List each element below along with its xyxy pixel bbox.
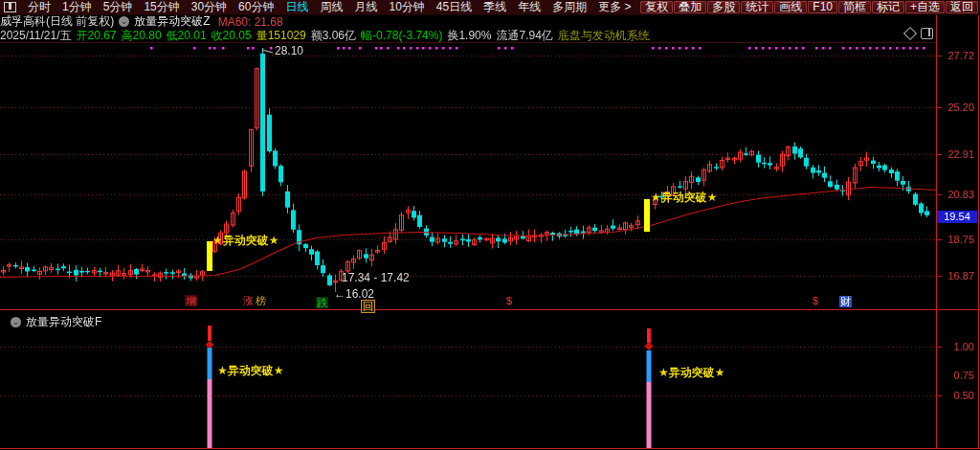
menu-item-period[interactable]: 45日线 <box>431 0 478 15</box>
toolbar-button[interactable]: 标记 <box>872 1 904 13</box>
menu-item-period[interactable]: 日线 <box>279 0 314 15</box>
toolbar-button[interactable]: 统计 <box>741 1 773 13</box>
event-marker-icon[interactable]: 榜 <box>255 295 267 306</box>
quote-field: 量151029 <box>256 28 306 44</box>
menu-item-period[interactable]: 月线 <box>348 0 383 15</box>
quote-field: 低20.01 <box>167 28 207 44</box>
quote-field: 高20.80 <box>122 28 162 44</box>
toolbar-button[interactable]: 画线 <box>774 1 807 13</box>
sub-indicator-name[interactable]: 放量异动突破F <box>26 314 101 330</box>
sub-axis-label: 0.50 <box>938 390 974 401</box>
toolbar-button[interactable]: 简框 <box>838 1 871 13</box>
price-axis-label: 20.83 <box>938 189 974 200</box>
quote-info-bar: 2025/11/21/五开20.67高20.80低20.01收20.05量151… <box>0 29 936 42</box>
peak-price-label: 28.10 <box>275 45 303 56</box>
breakout-signal-label: ★异动突破★ <box>658 367 725 378</box>
sub-axis-label: 1.00 <box>938 341 974 352</box>
low-price-label: ←16.02 <box>334 288 374 300</box>
menu-item-period[interactable]: 60分钟 <box>233 0 279 15</box>
chevron-down-icon[interactable]: ⌄ <box>119 16 129 27</box>
breakout-signal-label: ★异动突破★ <box>217 365 284 376</box>
quote-field: 开20.67 <box>77 28 117 44</box>
event-marker-icon[interactable]: 回 <box>361 300 375 313</box>
toolbar-button[interactable]: 复权 <box>640 1 673 13</box>
sub-axis-label: 0.75 <box>938 370 974 381</box>
breakout-signal-label: ★异动突破★ <box>212 235 279 246</box>
event-marker-icon[interactable]: 增 <box>185 295 197 306</box>
event-marker-icon[interactable]: 涨 <box>242 295 255 306</box>
window-restore-icon[interactable] <box>4 2 16 12</box>
sub-panel-header: ⌄ 放量异动突破F <box>6 314 101 330</box>
event-marker-icon[interactable]: $ <box>812 295 819 306</box>
quote-field: 底盘与发动机系统 <box>558 28 650 44</box>
period-menu: 分时1分钟5分钟15分钟30分钟60分钟日线周线月线10分钟45日线季线年线多周… <box>22 0 637 15</box>
quote-field: 流通7.94亿 <box>496 28 552 44</box>
breakout-signal-label: ★异动突破★ <box>651 191 718 203</box>
quote-field: 收20.05 <box>212 28 252 44</box>
price-axis-label: 22.91 <box>938 148 974 160</box>
toolbar-button[interactable]: F10 <box>808 1 837 13</box>
toolbar-buttons: 复权叠加多股统计画线F10简框标记+自选返回 <box>639 1 978 13</box>
menu-item-period[interactable]: 周线 <box>314 0 348 15</box>
current-price-badge: 19.54 <box>937 211 977 223</box>
event-marker-icon[interactable]: $ <box>505 295 513 306</box>
quote-field: 额3.06亿 <box>311 28 356 44</box>
menu-item-period[interactable]: 多周期 <box>546 0 592 15</box>
chevron-down-icon[interactable]: ⌄ <box>11 317 21 327</box>
quote-field: 换1.90% <box>447 28 491 44</box>
toolbar-button[interactable]: 多股 <box>707 1 740 13</box>
menu-item-period[interactable]: 年线 <box>512 0 546 15</box>
price-axis-label: 27.72 <box>938 50 974 61</box>
toolbar-button[interactable]: 叠加 <box>674 1 706 13</box>
price-axis-label: 25.20 <box>938 101 974 113</box>
toolbar-button[interactable]: +自选 <box>905 1 945 13</box>
event-marker-icon[interactable]: 跌 <box>316 297 328 308</box>
ma60-value: MA60: 21.68 <box>218 15 283 29</box>
price-axis-label: 18.75 <box>938 234 974 245</box>
menu-item-period[interactable]: 10分钟 <box>383 0 430 15</box>
menu-item-period[interactable]: 更多 > <box>592 0 636 15</box>
quote-field: 幅-0.78(-3.74%) <box>361 28 442 44</box>
menu-item-period[interactable]: 季线 <box>478 0 512 15</box>
gap-range-label: 17.34 - 17.42 <box>342 272 410 283</box>
price-axis-label: 16.87 <box>938 270 974 281</box>
quote-field: 2025/11/21/五 <box>0 28 72 44</box>
chart-canvas[interactable] <box>0 0 980 450</box>
event-marker-icon[interactable]: 财 <box>839 296 852 307</box>
toolbar-button[interactable]: 返回 <box>946 1 978 13</box>
